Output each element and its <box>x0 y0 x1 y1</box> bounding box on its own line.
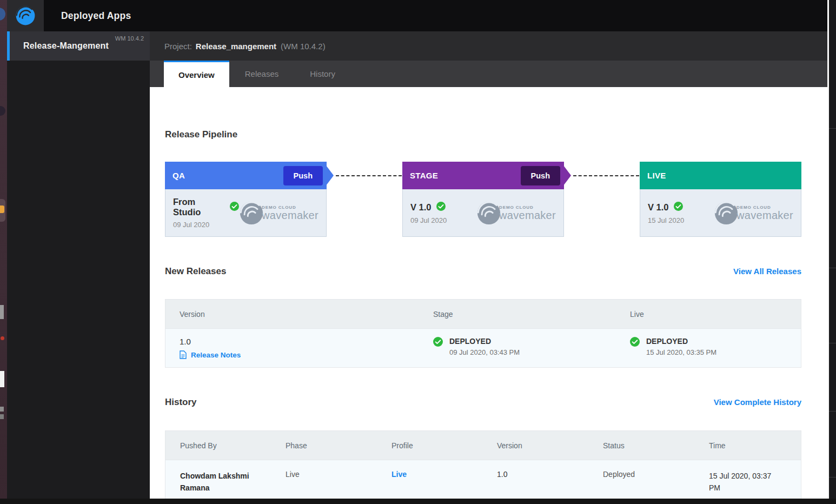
column-header-pushed-by: Pushed By <box>180 441 286 450</box>
stage-version: V 1.0 <box>648 202 669 213</box>
column-header-status: Status <box>603 441 709 450</box>
release-notes-link[interactable]: Release Notes <box>180 350 433 359</box>
column-header-profile: Profile <box>392 441 497 450</box>
pipeline-card-stage: STAGE Push V 1.0 <box>402 162 564 237</box>
stage-date: 09 Jul 2020 <box>173 221 239 229</box>
new-releases-table: Version Stage Live 1.0 Release Notes <box>165 299 801 368</box>
push-button-qa[interactable]: Push <box>283 166 323 185</box>
sidebar-item-release-mangement[interactable]: Release-Mangement WM 10.4.2 <box>7 31 150 61</box>
dock-icon-fragment <box>1 336 4 340</box>
top-bar: Deployed Apps <box>7 0 836 31</box>
column-header-live: Live <box>630 310 801 319</box>
stage-version: From Studio <box>173 197 225 217</box>
wavemaker-gray-icon <box>714 201 739 226</box>
history-table-header: Pushed By Phase Profile Version Status T… <box>165 431 801 460</box>
project-version: (WM 10.4.2) <box>281 42 326 51</box>
stage-name: QA <box>172 171 185 180</box>
push-button-stage[interactable]: Push <box>521 166 560 185</box>
stage-date: 09 Jul 2020 <box>410 216 447 224</box>
demo-cloud-brand: DEMO CLOUD wavemaker <box>476 201 556 226</box>
dock-icon-fragment <box>0 414 4 419</box>
window-right-edge <box>827 0 836 504</box>
release-version: 1.0 <box>180 337 433 346</box>
tab-bar: Overview Releases History <box>150 61 827 87</box>
wavemaker-gray-icon <box>476 201 501 226</box>
check-icon <box>230 202 239 213</box>
tab-history[interactable]: History <box>294 61 351 87</box>
dock-icon-fragment <box>0 8 5 21</box>
dock-icon-fragment <box>0 407 4 412</box>
project-header: Project: Release_mangement (WM 10.4.2) <box>150 31 827 61</box>
live-status: DEPLOYED <box>646 337 716 346</box>
new-releases-heading: New Releases <box>165 266 226 277</box>
live-time: 15 Jul 2020, 03:35 PM <box>646 348 716 356</box>
stage-version: V 1.0 <box>410 202 432 213</box>
phase-value: Live <box>286 470 392 479</box>
check-icon <box>433 337 443 359</box>
dock-icon-fragment <box>0 205 4 213</box>
release-pipeline-heading: Release Pipeline <box>165 129 801 140</box>
demo-cloud-brand: DEMO CLOUD wavemaker <box>714 201 793 226</box>
stage-status: DEPLOYED <box>449 337 520 346</box>
project-name: Release_mangement <box>196 42 276 51</box>
column-header-version: Version <box>497 441 603 450</box>
column-header-version: Version <box>180 310 433 319</box>
stage-name: LIVE <box>647 171 666 180</box>
overview-content: Release Pipeline QA Push From <box>150 87 818 499</box>
view-all-releases-link[interactable]: View All Releases <box>733 267 801 276</box>
status-value: Deployed <box>603 470 709 479</box>
history-heading: History <box>165 397 197 408</box>
wavemaker-logo-tile[interactable] <box>7 0 44 31</box>
screen: Deployed Apps Release-Mangement WM 10.4.… <box>0 0 836 504</box>
stage-time: 09 Jul 2020, 03:43 PM <box>449 348 520 356</box>
window-bottom-edge <box>0 499 836 504</box>
column-header-time: Time <box>709 441 801 450</box>
sidebar: Release-Mangement WM 10.4.2 <box>7 31 150 499</box>
table-row: 1.0 Release Notes DEPLOYED 09 Jul 2020, … <box>165 328 801 367</box>
history-table: Pushed By Phase Profile Version Status T… <box>165 430 801 499</box>
pipeline-connector <box>564 162 640 189</box>
check-icon <box>674 202 683 213</box>
project-label: Project: <box>164 42 192 51</box>
stage-name: STAGE <box>410 171 438 180</box>
stage-date: 15 Jul 2020 <box>648 216 684 224</box>
tab-releases[interactable]: Releases <box>229 61 295 87</box>
dock-icon-fragment <box>0 305 4 319</box>
new-releases-table-header: Version Stage Live <box>165 300 801 328</box>
pushed-by-value: Chowdam Lakshmi Ramana <box>180 470 286 494</box>
release-pipeline: QA Push From Studio <box>165 162 801 237</box>
app-version-label: WM 10.4.2 <box>115 35 144 42</box>
main-panel: Project: Release_mangement (WM 10.4.2) O… <box>150 31 827 499</box>
column-header-stage: Stage <box>433 310 630 319</box>
pipeline-card-live: LIVE V 1.0 15 Jul 2020 <box>640 162 801 237</box>
version-value: 1.0 <box>497 470 603 479</box>
wavemaker-gray-icon <box>239 201 264 226</box>
app-name-label: Release-Mangement <box>10 41 109 51</box>
desktop-dock-strip <box>0 0 7 504</box>
page-title: Deployed Apps <box>61 10 131 22</box>
view-complete-history-link[interactable]: View Complete History <box>714 397 801 407</box>
pipeline-card-qa: QA Push From Studio <box>165 162 327 237</box>
table-row: Chowdam Lakshmi Ramana Live Live 1.0 Dep… <box>165 460 801 499</box>
dock-icon-fragment <box>0 371 4 387</box>
tab-overview[interactable]: Overview <box>164 61 229 87</box>
dock-icon-fragment <box>0 106 5 116</box>
wavemaker-logo-icon <box>15 5 36 26</box>
document-icon <box>180 350 187 359</box>
column-header-phase: Phase <box>286 441 392 450</box>
pipeline-connector <box>327 162 402 189</box>
check-icon <box>630 337 640 359</box>
demo-cloud-brand: DEMO CLOUD wavemaker <box>239 201 319 226</box>
profile-live-link[interactable]: Live <box>392 470 497 479</box>
check-icon <box>436 202 446 213</box>
time-value: 15 Jul 2020, 03:37 PM <box>709 470 801 494</box>
